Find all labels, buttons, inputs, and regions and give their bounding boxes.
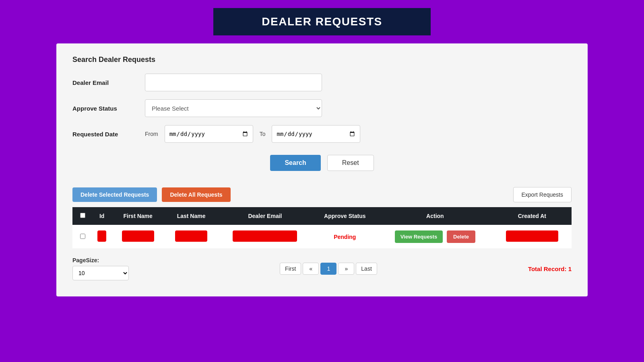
dealer-email-group: Dealer Email (72, 74, 572, 91)
data-table: Id First Name Last Name Dealer Email App… (72, 207, 572, 249)
row-dealer-email-cell (218, 225, 312, 249)
total-record: Total Record: 1 (528, 265, 572, 272)
requested-date-label: Requested Date (72, 131, 145, 138)
total-record-value: 1 (568, 265, 572, 272)
row-first-name-bar (122, 230, 154, 242)
table-actions: Delete Selected Requests Delete All Requ… (72, 187, 572, 202)
pagination-last-button[interactable]: Last (356, 263, 377, 275)
row-last-name-cell (165, 225, 218, 249)
dealer-email-label: Dealer Email (72, 79, 145, 86)
pagination-page-1-button[interactable]: 1 (320, 263, 336, 275)
delete-row-button[interactable]: Delete (447, 230, 475, 243)
search-button[interactable]: Search (270, 155, 320, 171)
requested-date-group: Requested Date From To (72, 125, 572, 143)
col-first-name: First Name (111, 207, 164, 225)
page-title: DEALER REQUESTS (229, 15, 415, 28)
table-actions-left: Delete Selected Requests Delete All Requ… (72, 187, 231, 202)
delete-all-button[interactable]: Delete All Requests (162, 187, 230, 202)
row-action-cell: View Requests Delete (378, 225, 493, 249)
pagination-first-button[interactable]: First (280, 263, 301, 275)
col-dealer-email: Dealer Email (218, 207, 312, 225)
col-id: Id (93, 207, 111, 225)
from-label: From (145, 131, 158, 137)
page-size-label: PageSize: (72, 257, 129, 263)
row-approve-status-cell: Pending (312, 225, 378, 249)
delete-selected-button[interactable]: Delete Selected Requests (72, 187, 157, 202)
table-row: Pending View Requests Delete (72, 225, 572, 249)
table-header-row: Id First Name Last Name Dealer Email App… (72, 207, 572, 225)
select-all-checkbox[interactable] (80, 213, 85, 218)
pagination-next-button[interactable]: » (338, 263, 354, 275)
row-checkbox-cell[interactable] (72, 225, 93, 249)
table-header: Id First Name Last Name Dealer Email App… (72, 207, 572, 225)
status-badge: Pending (334, 234, 356, 240)
date-row: From To (145, 125, 360, 143)
pagination-controls: First « 1 » Last (280, 263, 377, 275)
total-record-label: Total Record: (528, 265, 567, 272)
row-dealer-email-bar (233, 230, 297, 242)
row-id-cell (93, 225, 111, 249)
col-action: Action (378, 207, 493, 225)
col-created-at: Created At (493, 207, 572, 225)
row-last-name-bar (175, 230, 207, 242)
main-container: Search Dealer Requests Dealer Email Appr… (56, 43, 588, 296)
row-created-at-cell (493, 225, 572, 249)
table-body: Pending View Requests Delete (72, 225, 572, 249)
row-checkbox[interactable] (80, 234, 85, 239)
row-id-bar (97, 230, 106, 242)
approve-status-group: Approve Status Please Select Pending App… (72, 99, 572, 117)
col-last-name: Last Name (165, 207, 218, 225)
row-first-name-cell (111, 225, 164, 249)
page-header: DEALER REQUESTS (213, 8, 431, 35)
export-button[interactable]: Export Requests (513, 187, 572, 202)
search-buttons: Search Reset (72, 155, 572, 171)
approve-status-label: Approve Status (72, 105, 145, 112)
page-size-section: PageSize: 10 25 50 100 (72, 257, 129, 280)
dealer-email-input[interactable] (145, 74, 322, 91)
reset-button[interactable]: Reset (327, 155, 374, 171)
approve-status-select[interactable]: Please Select Pending Approved Rejected (145, 99, 322, 117)
search-section-title: Search Dealer Requests (72, 56, 572, 64)
col-approve-status: Approve Status (312, 207, 378, 225)
page-size-select[interactable]: 10 25 50 100 (72, 266, 129, 280)
pagination-row: PageSize: 10 25 50 100 First « 1 » Last … (72, 257, 572, 280)
pagination-prev-button[interactable]: « (303, 263, 319, 275)
to-label: To (260, 131, 266, 137)
view-requests-button[interactable]: View Requests (395, 230, 443, 243)
select-all-header[interactable] (72, 207, 93, 225)
row-created-at-bar (506, 230, 558, 242)
date-from-input[interactable] (165, 125, 253, 143)
date-to-input[interactable] (272, 125, 360, 143)
